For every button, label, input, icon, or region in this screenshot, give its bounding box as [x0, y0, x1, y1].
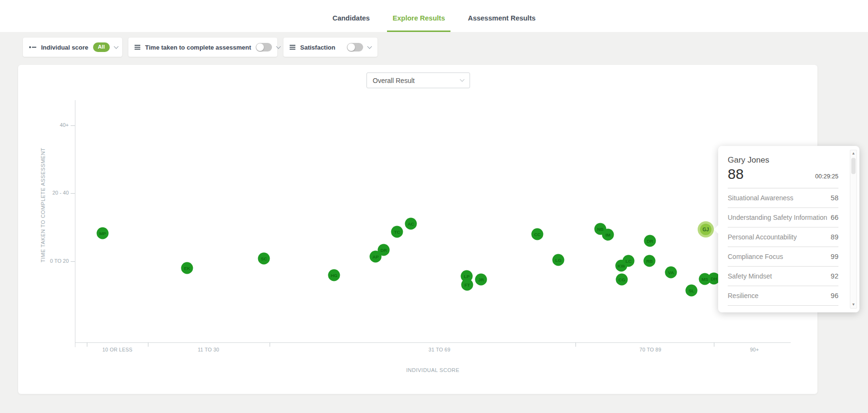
scatter-point[interactable]: DR — [378, 244, 390, 256]
scatter-point-initials: SC — [261, 256, 267, 261]
filter-all-badge: All — [93, 42, 110, 52]
tab-bar: Candidates Explore Results Assessment Re… — [0, 0, 868, 32]
competency-label: Resilience — [728, 292, 759, 299]
y-tick — [71, 261, 75, 262]
x-axis-title: INDIVIDUAL SCORE — [361, 367, 504, 373]
competency-row: Compliance Focus 99 — [728, 247, 838, 267]
filter-satisfaction-label: Satisfaction — [300, 44, 335, 51]
x-tick-label: 31 TO 69 — [406, 347, 473, 352]
competency-value: 92 — [831, 272, 838, 280]
x-tick-label: 11 TO 30 — [175, 347, 242, 352]
scroll-up-icon[interactable]: ▲ — [852, 152, 856, 155]
competency-label: Compliance Focus — [728, 253, 783, 260]
scatter-point[interactable]: MP — [97, 227, 109, 239]
scatter-point[interactable]: RB — [644, 255, 656, 267]
competency-value: 58 — [831, 194, 838, 202]
scatter-point[interactable]: AC — [405, 218, 417, 230]
competency-value: 66 — [831, 214, 838, 221]
x-tick — [87, 342, 87, 347]
tooltip-scrollbar[interactable]: ▲ ▼ — [850, 150, 857, 309]
scatter-point[interactable]: HG — [328, 269, 340, 281]
scatter-point[interactable]: CC — [532, 228, 544, 240]
scroll-down-icon[interactable]: ▼ — [852, 303, 856, 307]
result-type-dropdown-value: Overall Result — [373, 77, 415, 84]
x-tick — [714, 342, 714, 347]
result-type-dropdown[interactable]: Overall Result — [366, 72, 470, 88]
tab-assessment-results[interactable]: Assessment Results — [462, 14, 541, 32]
candidate-name: Gary Jones — [728, 155, 838, 165]
tab-explore-results[interactable]: Explore Results — [387, 14, 451, 32]
tab-candidates[interactable]: Candidates — [327, 14, 376, 32]
chevron-down-icon[interactable] — [276, 44, 281, 49]
scatter-point-initials: MP — [99, 231, 106, 236]
x-tick — [148, 342, 148, 347]
scatter-point[interactable]: DR — [644, 235, 656, 247]
scatter-point-initials: TC — [394, 229, 400, 235]
slider-icon — [29, 46, 36, 48]
competency-row: Understanding Safety Information 66 — [728, 208, 838, 227]
overall-score: 88 — [728, 167, 743, 181]
scatter-point-initials: LC — [626, 258, 632, 264]
scatter-point-initials: JR — [478, 277, 484, 282]
scatter-point-initials: AC — [408, 221, 414, 227]
scatter-point[interactable]: SL — [686, 285, 698, 297]
explore-results-page: { "colors": { "accent_green": "#7cb342",… — [0, 0, 868, 413]
scatter-point-initials: FT — [464, 282, 470, 288]
toggle-knob — [347, 43, 355, 51]
candidate-tooltip: Gary Jones 88 00:29:25 Situational Aware… — [718, 146, 859, 312]
filter-individual-score[interactable]: Individual score All — [23, 38, 122, 57]
scatter-point[interactable]: EK — [181, 262, 193, 274]
x-tick-label: 10 OR LESS — [84, 347, 151, 352]
tooltip-content: Gary Jones 88 00:29:25 Situational Aware… — [718, 146, 859, 312]
filter-satisfaction[interactable]: Satisfaction — [283, 38, 377, 57]
competency-value: 99 — [831, 253, 838, 260]
competency-label: Personal Accountability — [728, 233, 797, 241]
satisfaction-toggle[interactable] — [347, 43, 363, 52]
y-axis-line — [75, 100, 75, 347]
scatter-point[interactable]: LG — [553, 254, 565, 266]
x-tick-label: 90+ — [721, 347, 788, 352]
scatter-point-initials: IM — [606, 232, 611, 237]
time-taken-toggle[interactable] — [256, 43, 272, 52]
scatter-point-initials: GJ — [700, 224, 711, 235]
scatter-point[interactable]: VA — [665, 267, 677, 279]
competency-row: Situational Awareness 58 — [728, 188, 838, 208]
scatter-point-initials: EK — [184, 266, 190, 271]
competency-label: Safety Mindset — [728, 272, 772, 280]
filter-individual-score-label: Individual score — [41, 44, 88, 51]
list-icon — [290, 45, 295, 50]
competency-row: Resilience 96 — [728, 286, 838, 306]
toggle-knob — [256, 43, 264, 51]
scatter-point[interactable]: SC — [258, 253, 270, 265]
y-tick — [71, 193, 75, 194]
scatter-point[interactable]: CG — [616, 274, 628, 286]
y-tick-label: 40+ — [26, 122, 69, 128]
scrollbar-thumb[interactable] — [851, 158, 856, 174]
scatter-point-initials: CG — [618, 277, 625, 282]
competency-label: Understanding Safety Information — [728, 214, 827, 221]
scatter-point[interactable]: JR — [475, 274, 487, 286]
scatter-point-initials: DH — [711, 276, 717, 281]
scatter-point-initials: SL — [689, 288, 694, 293]
scatter-point[interactable]: LC — [623, 255, 635, 267]
scatter-point[interactable]: FT — [461, 279, 473, 291]
top-nav-bar: Candidates Explore Results Assessment Re… — [0, 0, 868, 32]
scatter-point[interactable]: TC — [391, 226, 403, 238]
x-tick-label: 70 TO 89 — [617, 347, 684, 352]
filter-time-taken-label: Time taken to complete assessment — [145, 44, 251, 51]
chevron-down-icon[interactable] — [367, 44, 372, 49]
scatter-point[interactable]: IM — [602, 229, 614, 241]
x-axis-line — [75, 342, 791, 343]
scatter-point-initials: LP — [464, 274, 470, 279]
competency-label: Situational Awareness — [728, 194, 794, 202]
competency-value: 89 — [831, 233, 838, 241]
list-icon — [135, 45, 140, 50]
chevron-down-icon[interactable] — [114, 44, 118, 49]
scatter-point-initials: CC — [534, 232, 541, 237]
scatter-point-initials: RB — [646, 258, 653, 264]
scatter-point-initials: DR — [647, 238, 653, 244]
scatter-point-initials: DR — [380, 248, 387, 253]
y-tick-label: 0 TO 20 — [26, 258, 69, 264]
scatter-point-highlighted[interactable]: GJ — [698, 221, 714, 237]
filter-time-taken[interactable]: Time taken to complete assessment — [128, 38, 277, 57]
